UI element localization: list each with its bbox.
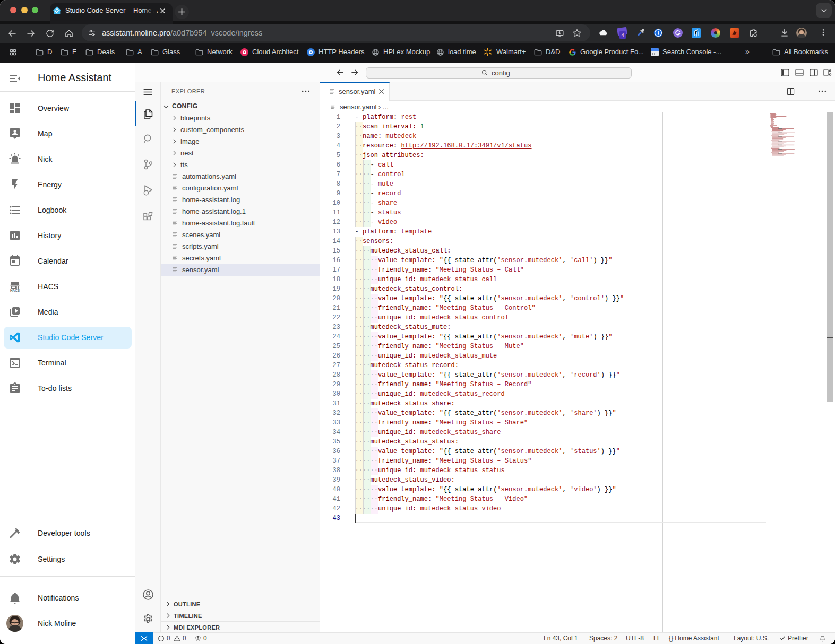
- svg-text:HACS: HACS: [10, 289, 20, 292]
